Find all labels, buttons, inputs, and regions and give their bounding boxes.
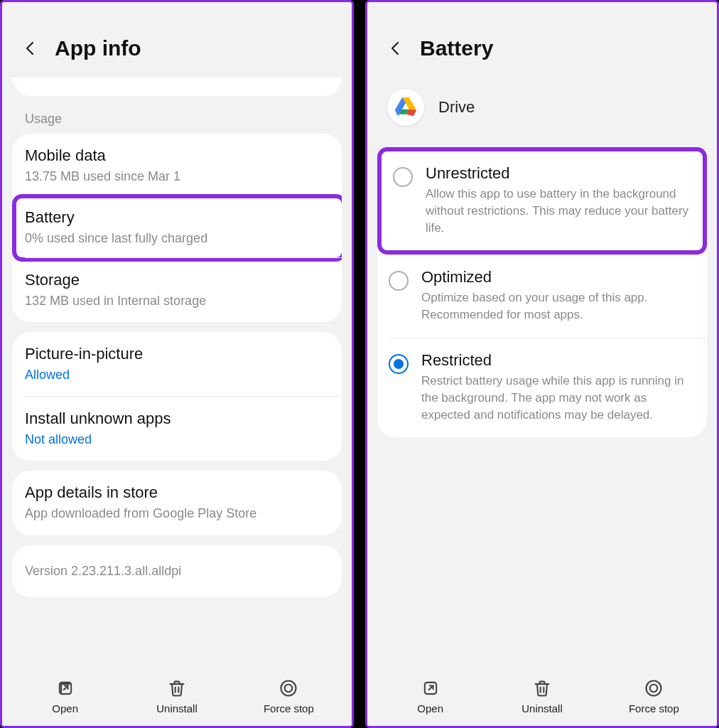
row-title: Mobile data (25, 146, 329, 165)
row-title: Install unknown apps (25, 410, 329, 428)
option-desc: Restrict battery usage while this app is… (421, 373, 694, 423)
row-app-details[interactable]: App details in store App downloaded from… (12, 471, 342, 535)
app-icon-wrap (387, 89, 424, 126)
svg-point-10 (647, 681, 661, 696)
row-sub: 0% used since last fully charged (25, 230, 329, 247)
row-pip[interactable]: Picture-in-picture Allowed (12, 332, 342, 396)
drive-icon (394, 97, 417, 117)
row-sub: Not allowed (25, 431, 329, 448)
radio-icon[interactable] (393, 167, 413, 187)
app-name: Drive (438, 98, 475, 117)
stop-icon (279, 678, 298, 698)
row-title: Storage (25, 271, 329, 289)
page-title: App info (55, 36, 141, 60)
uninstall-button[interactable]: Uninstall (138, 678, 216, 714)
page-title: Battery (420, 36, 493, 60)
option-restricted[interactable]: Restricted Restrict battery usage while … (389, 338, 707, 437)
radio-text: Unrestricted Allow this app to use batte… (426, 164, 690, 236)
phone-battery: Battery Drive Unrestricted Allow this ap… (365, 0, 719, 728)
option-title: Restricted (421, 351, 694, 370)
radio-icon[interactable] (389, 271, 409, 291)
content-scroll[interactable]: Usage Mobile data 13.75 MB used since Ma… (2, 77, 352, 668)
battery-options-card: Unrestricted Allow this app to use batte… (377, 147, 707, 437)
row-sub: Allowed (25, 366, 329, 383)
option-desc: Optimize based on your usage of this app… (421, 289, 694, 323)
phone-app-info: App info Usage Mobile data 13.75 MB used… (0, 0, 354, 728)
header: Battery (367, 2, 717, 77)
trash-icon (167, 678, 187, 698)
row-mobile-data[interactable]: Mobile data 13.75 MB used since Mar 1 (12, 134, 342, 198)
section-label-usage: Usage (12, 96, 342, 134)
force-stop-label: Force stop (629, 702, 679, 714)
back-icon[interactable] (387, 40, 404, 57)
card-cut (12, 77, 342, 96)
row-title: Battery (25, 208, 329, 227)
force-stop-button[interactable]: Force stop (249, 678, 328, 714)
version-card: Version 2.23.211.3.all.alldpi (12, 545, 342, 597)
radio-text: Restricted Restrict battery usage while … (421, 351, 694, 423)
uninstall-button[interactable]: Uninstall (503, 678, 581, 714)
row-install-unknown[interactable]: Install unknown apps Not allowed (25, 396, 342, 461)
force-stop-label: Force stop (264, 702, 314, 714)
option-optimized[interactable]: Optimized Optimize based on your usage o… (389, 255, 707, 338)
row-storage[interactable]: Storage 132 MB used in Internal storage (25, 257, 342, 322)
version-text: Version 2.23.211.3.all.alldpi (25, 564, 181, 578)
row-sub: 13.75 MB used since Mar 1 (25, 168, 329, 185)
option-title: Unrestricted (426, 164, 690, 183)
open-button[interactable]: Open (391, 678, 470, 714)
svg-point-4 (285, 685, 293, 692)
open-label: Open (417, 702, 443, 714)
header: App info (2, 2, 352, 77)
row-title: Picture-in-picture (25, 345, 329, 363)
open-button[interactable]: Open (26, 678, 104, 714)
svg-point-3 (281, 681, 296, 696)
store-card: App details in store App downloaded from… (12, 471, 342, 535)
uninstall-label: Uninstall (521, 702, 563, 714)
force-stop-button[interactable]: Force stop (615, 678, 693, 714)
app-row: Drive (367, 77, 717, 147)
prefs-card: Picture-in-picture Allowed Install unkno… (12, 332, 342, 461)
bottom-bar: Open Uninstall Force stop (2, 668, 352, 726)
usage-card: Mobile data 13.75 MB used since Mar 1 Ba… (12, 134, 342, 322)
open-label: Open (52, 702, 78, 714)
radio-icon[interactable] (389, 354, 409, 374)
option-desc: Allow this app to use battery in the bac… (426, 186, 690, 236)
option-unrestricted[interactable]: Unrestricted Allow this app to use batte… (377, 147, 707, 255)
uninstall-label: Uninstall (156, 702, 198, 714)
stop-icon (644, 678, 664, 698)
row-sub: App downloaded from Google Play Store (25, 505, 329, 522)
svg-point-11 (650, 685, 658, 692)
trash-icon (532, 678, 552, 698)
content-scroll[interactable]: Unrestricted Allow this app to use batte… (367, 147, 717, 668)
row-sub: 132 MB used in Internal storage (25, 292, 329, 309)
open-icon (421, 678, 440, 698)
row-title: App details in store (25, 483, 329, 502)
row-battery-highlight[interactable]: Battery 0% used since last fully charged (12, 194, 342, 261)
back-icon[interactable] (22, 40, 39, 57)
bottom-bar: Open Uninstall Force stop (367, 668, 717, 726)
option-title: Optimized (421, 268, 694, 287)
radio-text: Optimized Optimize based on your usage o… (421, 268, 694, 323)
open-icon (55, 678, 75, 698)
